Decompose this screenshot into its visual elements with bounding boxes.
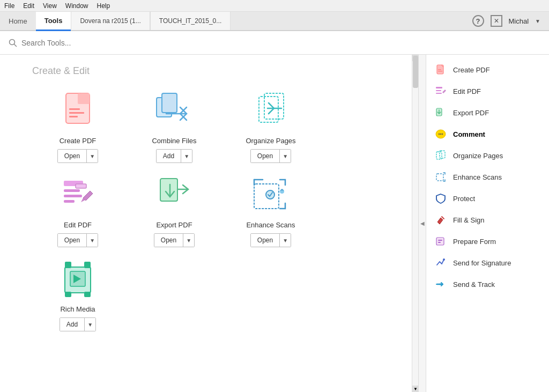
svg-rect-29	[436, 87, 442, 88]
sidebar-item-fill-sign[interactable]: Fill & Sign	[426, 209, 549, 231]
tab-doc1[interactable]: Dovera na r2015 (1...	[71, 12, 150, 30]
tab-home[interactable]: Home	[0, 12, 36, 30]
svg-rect-6	[69, 116, 78, 117]
tool-btn-organize-pages[interactable]: Open	[251, 150, 280, 162]
svg-rect-9	[259, 97, 278, 122]
tool-btn-group-combine-files: Add▼	[156, 149, 192, 163]
tool-label-edit-pdf: Edit PDF	[64, 221, 92, 229]
content-area: Create & Edit Create PDFOpen▼ Combine Fi…	[0, 55, 412, 392]
tool-item-combine-files: Combine FilesAdd▼	[129, 90, 220, 163]
sidebar-label-comment: Comment	[453, 130, 485, 138]
tool-btn-group-rich-media: Add▼	[60, 317, 96, 331]
fill-sign-icon	[435, 214, 447, 226]
prepare-form-icon	[435, 235, 447, 247]
tool-btn-combine-files[interactable]: Add	[157, 150, 181, 162]
collapse-panel-arrow[interactable]: ◀	[418, 55, 426, 392]
menu-bar: File Edit View Window Help	[0, 0, 549, 12]
protect-icon	[435, 193, 447, 204]
sidebar-item-prepare-form[interactable]: Prepare Form	[426, 231, 549, 252]
svg-rect-12	[64, 189, 80, 192]
svg-point-43	[443, 258, 445, 261]
svg-rect-24	[65, 292, 71, 297]
svg-rect-3	[78, 93, 90, 104]
sidebar-label-edit-pdf: Edit PDF	[453, 87, 481, 95]
tool-btn-enhance-scans[interactable]: Open	[251, 234, 280, 247]
tool-btn-create-pdf[interactable]: Open	[58, 150, 87, 162]
svg-point-36	[442, 134, 443, 135]
sidebar-label-send-signature: Send for Signature	[453, 259, 511, 267]
user-menu[interactable]: Michal	[509, 17, 529, 25]
send-sig-icon	[435, 257, 447, 269]
tool-btn-arrow-edit-pdf[interactable]: ▼	[87, 234, 98, 247]
svg-rect-5	[69, 112, 84, 114]
tab-bar: Home Tools Dovera na r2015 (1... TOUCH_I…	[0, 12, 549, 31]
svg-rect-8	[162, 93, 177, 113]
menu-help[interactable]: Help	[97, 2, 110, 10]
right-sidebar: Create PDFEdit PDFExport PDFCommentOrgan…	[426, 55, 549, 392]
tab-doc2[interactable]: TOUCH_IT_2015_0...	[150, 12, 231, 30]
help-icon[interactable]: ?	[472, 15, 484, 27]
menu-view[interactable]: View	[43, 2, 57, 10]
tool-btn-arrow-combine-files[interactable]: ▼	[181, 150, 192, 162]
tool-btn-group-export-pdf: Open▼	[154, 233, 195, 247]
search-input[interactable]	[21, 39, 182, 47]
sidebar-item-create-pdf[interactable]: Create PDF	[426, 59, 549, 80]
tool-icon-export-pdf	[153, 174, 196, 217]
tool-btn-group-enhance-scans: Open▼	[250, 233, 291, 247]
sidebar-item-enhance-scans[interactable]: Enhance Scans	[426, 166, 549, 188]
svg-point-35	[440, 134, 441, 135]
sidebar-label-create-pdf: Create PDF	[453, 66, 490, 74]
tool-btn-group-create-pdf: Open▼	[57, 149, 98, 163]
sidebar-item-send-track[interactable]: Send & Track	[426, 273, 549, 295]
tool-grid: Create PDFOpen▼ Combine FilesAdd▼ Organi…	[32, 90, 390, 331]
scrollbar[interactable]: ▲ ▼	[412, 55, 418, 392]
tool-btn-export-pdf[interactable]: Open	[154, 234, 183, 247]
sidebar-item-export-pdf[interactable]: Export PDF	[426, 102, 549, 123]
tool-item-organize-pages: Organize PagesOpen▼	[225, 90, 316, 163]
main-layout: Create & Edit Create PDFOpen▼ Combine Fi…	[0, 55, 549, 392]
sidebar-item-edit-pdf[interactable]: Edit PDF	[426, 80, 549, 102]
tool-icon-organize-pages	[249, 90, 292, 132]
tool-btn-rich-media[interactable]: Add	[60, 318, 85, 331]
sidebar-label-organize-pages: Organize Pages	[453, 152, 503, 160]
scroll-down-arrow[interactable]: ▼	[412, 386, 419, 392]
sidebar-label-send-track: Send & Track	[453, 280, 495, 289]
menu-edit[interactable]: Edit	[23, 2, 34, 10]
sidebar-label-export-pdf: Export PDF	[453, 109, 489, 117]
tab-right-area: ? ✕ Michal ▼	[464, 12, 549, 30]
tool-item-create-pdf: Create PDFOpen▼	[32, 90, 123, 163]
svg-rect-16	[160, 179, 177, 201]
tool-btn-arrow-rich-media[interactable]: ▼	[85, 318, 95, 331]
tool-btn-edit-pdf[interactable]: Open	[58, 234, 87, 247]
organize-icon	[435, 150, 447, 161]
user-dropdown-icon[interactable]: ▼	[535, 18, 540, 24]
svg-rect-27	[438, 69, 441, 70]
create-pdf-icon	[435, 64, 447, 76]
svg-point-19	[280, 189, 284, 194]
svg-point-44	[437, 283, 439, 285]
menu-window[interactable]: Window	[65, 2, 88, 10]
tool-btn-arrow-enhance-scans[interactable]: ▼	[280, 234, 291, 247]
edit-pdf-icon	[435, 85, 447, 97]
tab-tools[interactable]: Tools	[36, 12, 71, 31]
tool-btn-group-organize-pages: Open▼	[250, 149, 291, 163]
tool-label-export-pdf: Export PDF	[156, 221, 192, 229]
menu-file[interactable]: File	[4, 2, 14, 10]
sidebar-item-comment[interactable]: Comment	[426, 123, 549, 145]
section-title: Create & Edit	[32, 65, 390, 77]
sidebar-item-organize-pages[interactable]: Organize Pages	[426, 145, 549, 166]
close-panel-icon[interactable]: ✕	[491, 15, 502, 27]
scroll-thumb[interactable]	[413, 56, 418, 88]
svg-rect-42	[438, 242, 441, 243]
tool-btn-arrow-organize-pages[interactable]: ▼	[280, 150, 291, 162]
sidebar-item-send-signature[interactable]: Send for Signature	[426, 252, 549, 273]
tool-icon-rich-media	[56, 258, 99, 301]
sidebar-label-protect: Protect	[453, 195, 475, 203]
enhance-icon	[435, 171, 447, 183]
svg-line-1	[14, 44, 17, 46]
tool-btn-arrow-create-pdf[interactable]: ▼	[87, 150, 98, 162]
tool-btn-group-edit-pdf: Open▼	[57, 233, 98, 247]
svg-rect-14	[64, 200, 75, 203]
tool-btn-arrow-export-pdf[interactable]: ▼	[183, 234, 194, 247]
sidebar-item-protect[interactable]: Protect	[426, 188, 549, 209]
